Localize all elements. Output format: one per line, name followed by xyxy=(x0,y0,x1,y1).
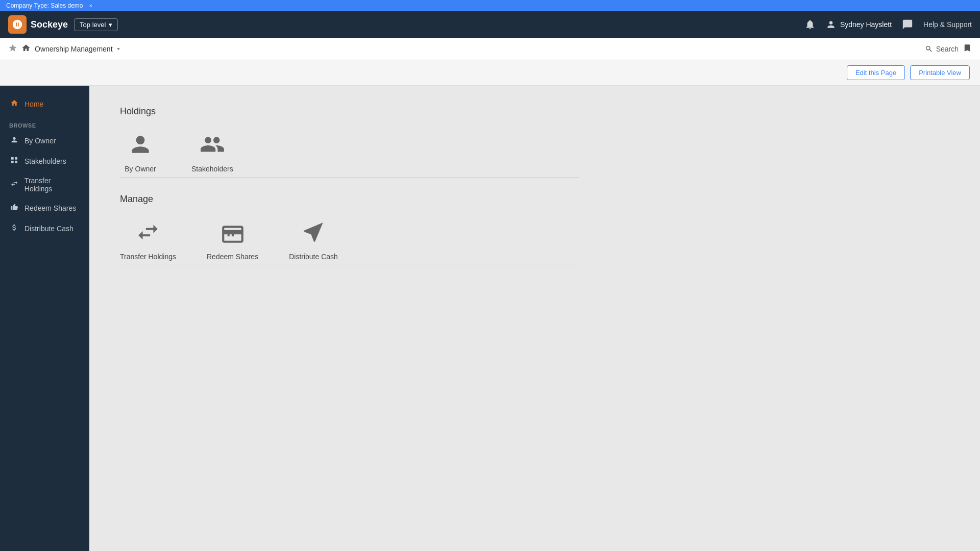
sidebar-item-redeem-shares[interactable]: Redeem Shares xyxy=(0,198,89,218)
level-selector[interactable]: Top level ▾ xyxy=(74,18,118,31)
page-action-bar: Edit this Page Printable View xyxy=(0,60,980,86)
by-owner-card-icon xyxy=(125,129,156,160)
logo-area: Sockeye xyxy=(8,15,68,34)
manage-section: Manage Transfer Holdings xyxy=(120,194,579,265)
manage-divider xyxy=(120,265,579,265)
sidebar-by-owner-label: By Owner xyxy=(24,137,56,145)
top-nav-right: Sydney Hayslett Help & Support xyxy=(804,19,972,30)
holdings-divider xyxy=(120,177,579,178)
browse-section-label: Browse xyxy=(0,114,89,131)
home-sidebar-icon xyxy=(9,99,19,109)
holdings-stakeholders-card[interactable]: Stakeholders xyxy=(191,129,233,173)
grid-icon xyxy=(9,156,19,166)
sidebar-item-distribute-cash[interactable]: Distribute Cash xyxy=(0,218,89,239)
content-area: Holdings By Owner xyxy=(89,86,980,551)
distribute-cash-card-label: Distribute Cash xyxy=(289,253,338,261)
sidebar-home-label: Home xyxy=(24,100,43,108)
cash-icon xyxy=(9,223,19,234)
by-owner-card-label: By Owner xyxy=(125,165,156,173)
secondary-nav-left: Ownership Management xyxy=(8,43,122,55)
manage-title: Manage xyxy=(120,194,579,205)
logo-icon xyxy=(8,15,27,34)
redeem-shares-card-icon xyxy=(217,217,248,247)
share-icon xyxy=(9,203,19,213)
manage-cards-grid: Transfer Holdings Redeem Shares xyxy=(120,217,579,261)
sidebar-item-transfer-holdings[interactable]: Transfer Holdings xyxy=(0,171,89,198)
bookmark-icon[interactable] xyxy=(963,43,972,55)
top-navigation: Sockeye Top level ▾ Sydney Hayslett Help… xyxy=(0,11,980,38)
breadcrumb-ownership-management[interactable]: Ownership Management xyxy=(35,45,122,53)
sidebar: Home Browse By Owner Stakeholders xyxy=(0,86,89,551)
sidebar-item-stakeholders[interactable]: Stakeholders xyxy=(0,151,89,171)
printable-view-button[interactable]: Printable View xyxy=(910,65,970,80)
notification-bell-icon[interactable] xyxy=(804,19,816,30)
holdings-title: Holdings xyxy=(120,106,579,117)
company-banner: Company Type: Sales demo × xyxy=(0,0,980,11)
sidebar-item-by-owner[interactable]: By Owner xyxy=(0,131,89,151)
secondary-nav-right: Search xyxy=(925,43,972,55)
chat-icon[interactable] xyxy=(902,19,913,30)
star-icon[interactable] xyxy=(8,43,17,55)
sidebar-stakeholders-label: Stakeholders xyxy=(24,157,66,165)
holdings-cards-grid: By Owner Stakeholders xyxy=(120,129,579,173)
transfer-holdings-card-icon xyxy=(133,217,163,247)
search-button[interactable]: Search xyxy=(925,45,959,53)
stakeholders-card-label: Stakeholders xyxy=(191,165,233,173)
sidebar-item-home[interactable]: Home xyxy=(0,94,89,114)
logo-text: Sockeye xyxy=(31,19,68,30)
user-area[interactable]: Sydney Hayslett xyxy=(826,19,892,30)
help-support-link[interactable]: Help & Support xyxy=(923,20,972,29)
sidebar-transfer-holdings-label: Transfer Holdings xyxy=(24,177,80,193)
distribute-cash-card-icon xyxy=(298,217,329,247)
sidebar-distribute-cash-label: Distribute Cash xyxy=(24,224,74,233)
top-nav-left: Sockeye Top level ▾ xyxy=(8,15,118,34)
transfer-icon xyxy=(9,180,19,190)
home-icon[interactable] xyxy=(21,43,31,55)
banner-close[interactable]: × xyxy=(89,3,92,9)
stakeholders-card-icon xyxy=(197,129,228,160)
manage-redeem-shares-card[interactable]: Redeem Shares xyxy=(207,217,258,261)
edit-page-button[interactable]: Edit this Page xyxy=(847,65,905,80)
sidebar-redeem-shares-label: Redeem Shares xyxy=(24,204,76,212)
holdings-by-owner-card[interactable]: By Owner xyxy=(120,129,161,173)
person-icon xyxy=(9,136,19,146)
transfer-holdings-card-label: Transfer Holdings xyxy=(120,253,176,261)
banner-text: Company Type: Sales demo xyxy=(6,2,83,9)
manage-transfer-holdings-card[interactable]: Transfer Holdings xyxy=(120,217,176,261)
search-label: Search xyxy=(936,45,959,53)
manage-distribute-cash-card[interactable]: Distribute Cash xyxy=(289,217,338,261)
redeem-shares-card-label: Redeem Shares xyxy=(207,253,258,261)
secondary-navigation: Ownership Management Search xyxy=(0,38,980,60)
holdings-section: Holdings By Owner xyxy=(120,106,579,178)
user-name: Sydney Hayslett xyxy=(840,20,892,29)
main-layout: Home Browse By Owner Stakeholders xyxy=(0,86,980,551)
